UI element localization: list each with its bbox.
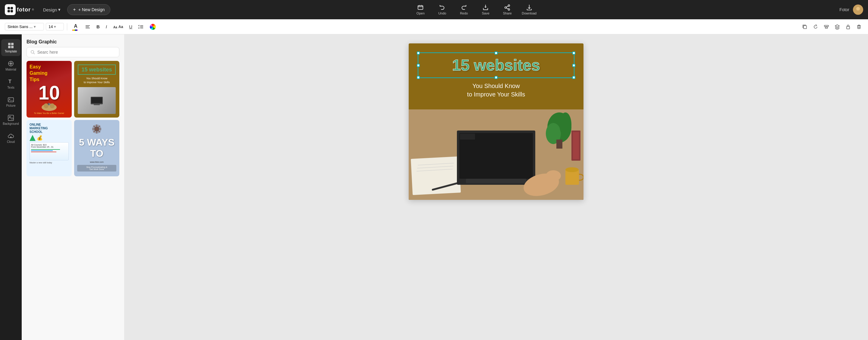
align-distribute-button[interactable] [822, 23, 831, 31]
svg-rect-24 [858, 26, 860, 29]
download-button[interactable]: Download [522, 4, 536, 15]
search-input[interactable] [37, 50, 116, 55]
desk-photo-bg [409, 110, 584, 200]
template-card-websites[interactable]: 15 websites You Should Knowto Improve Yo… [74, 61, 119, 118]
resize-handle-br[interactable] [572, 76, 575, 79]
svg-point-41 [31, 50, 34, 53]
svg-rect-21 [824, 25, 829, 27]
color-swatch: A [72, 24, 79, 30]
svg-rect-3 [10, 10, 13, 12]
canvas-photo [409, 110, 584, 200]
resize-handle-tm[interactable] [495, 52, 498, 55]
svg-point-70 [559, 113, 571, 136]
resize-handle-mr[interactable] [572, 64, 575, 67]
canvas-area[interactable]: 15 websites You Should Know to Improve Y… [124, 34, 868, 340]
svg-point-40 [11, 118, 13, 120]
main-content: Template Material T Texts Picture [0, 34, 868, 340]
svg-text:Aa: Aa [113, 26, 117, 29]
delete-button[interactable] [855, 23, 863, 31]
redo-button[interactable]: Redo [457, 4, 471, 15]
rotate-button[interactable] [811, 23, 820, 31]
line-height-button[interactable] [136, 23, 146, 31]
search-icon [30, 50, 35, 55]
template-card-marketing[interactable]: ONLINEMARKETINGSCHOOL 💰 All Courses: $10… [27, 120, 72, 177]
resize-handle-tr[interactable] [572, 52, 575, 55]
sidebar-item-cloud[interactable]: Cloud [1, 130, 21, 147]
logo[interactable]: fotor ® [5, 4, 34, 15]
sidebar-item-picture[interactable]: Picture [1, 93, 21, 110]
italic-button[interactable]: I [104, 23, 109, 31]
svg-rect-38 [8, 115, 13, 121]
template-card-ways[interactable]: 5 WAYS TO www.fotor.com Stop Procrastina… [74, 120, 119, 177]
text-color-button[interactable]: A [70, 22, 81, 32]
svg-rect-22 [825, 27, 828, 28]
save-button[interactable]: Save [478, 4, 493, 15]
underline-button[interactable]: U [127, 23, 134, 31]
design-menu-button[interactable]: Design ▾ [40, 5, 64, 14]
bold-button[interactable]: B [94, 23, 102, 31]
share-button[interactable]: Share [500, 4, 515, 15]
selected-element[interactable]: 15 websites [418, 53, 575, 78]
panel-title: Blog Graphic [22, 34, 124, 47]
canvas-headline[interactable]: 15 websites [423, 57, 569, 74]
canvas-wrapper: 15 websites You Should Know to Improve Y… [409, 43, 584, 200]
text-selection-box: 15 websites [418, 53, 575, 78]
resize-handle-bl[interactable] [417, 76, 420, 79]
svg-point-75 [565, 167, 579, 172]
plus-icon: + [73, 7, 76, 12]
svg-rect-30 [11, 46, 13, 48]
svg-line-42 [33, 53, 35, 54]
open-button[interactable]: Open [413, 4, 428, 15]
svg-rect-2 [7, 10, 10, 12]
sidebar-item-material[interactable]: Material [1, 57, 21, 74]
svg-rect-1 [10, 7, 13, 9]
svg-rect-36 [8, 98, 13, 102]
svg-rect-27 [8, 43, 10, 45]
svg-rect-20 [804, 26, 807, 29]
template-card-gaming[interactable]: EasyGamingTips 10 To Make [27, 61, 72, 118]
align-button[interactable] [83, 23, 93, 31]
svg-point-7 [508, 9, 510, 10]
svg-point-73 [546, 170, 561, 181]
svg-line-8 [506, 8, 508, 9]
layer-button[interactable] [833, 23, 841, 31]
canvas[interactable]: 15 websites You Should Know to Improve Y… [409, 43, 584, 200]
svg-point-5 [508, 5, 510, 7]
font-size-selector[interactable]: 14 ▾ [46, 23, 64, 30]
color-picker-button[interactable] [148, 22, 158, 31]
sidebar-item-template[interactable]: Template [1, 39, 21, 56]
svg-line-9 [506, 6, 508, 7]
sidebar-item-background[interactable]: Background [1, 112, 21, 128]
resize-handle-bm[interactable] [495, 76, 498, 79]
new-design-button[interactable]: + + New Design [67, 4, 110, 15]
svg-rect-4 [418, 6, 423, 10]
svg-rect-51 [94, 104, 100, 105]
canvas-subtitle[interactable]: You Should Know to Improve Your Skills [418, 82, 575, 103]
toolbar-center: Open Undo Redo Save [413, 4, 536, 15]
sidebar-item-texts[interactable]: T Texts [1, 75, 21, 92]
svg-rect-71 [556, 140, 562, 149]
user-avatar[interactable] [853, 4, 863, 15]
svg-point-39 [9, 116, 11, 118]
format-bar: Sinkin Sans ... ▾ 14 ▾ A B I Aa Aa [0, 19, 868, 34]
svg-rect-28 [11, 43, 13, 45]
font-family-selector[interactable]: Sinkin Sans ... ▾ [5, 23, 44, 30]
top-bar: fotor ® Design ▾ + + New Design Open Und… [0, 0, 868, 19]
resize-handle-ml[interactable] [417, 64, 420, 67]
toolbar-right: Fotor [839, 4, 863, 15]
svg-rect-0 [7, 7, 10, 9]
sidebar-icons: Template Material T Texts Picture [0, 34, 22, 340]
color-wheel-icon [150, 24, 156, 30]
svg-rect-77 [573, 132, 579, 159]
duplicate-button[interactable] [801, 23, 809, 31]
chevron-down-icon: ▾ [54, 24, 56, 29]
svg-rect-23 [846, 27, 849, 29]
svg-rect-65 [459, 133, 533, 179]
svg-rect-66 [460, 133, 475, 140]
resize-handle-tl[interactable] [417, 52, 420, 55]
font-size-button[interactable]: Aa Aa [111, 23, 125, 31]
left-panel: Blog Graphic EasyGamingTips 10 [22, 34, 124, 340]
undo-button[interactable]: Undo [435, 4, 450, 15]
lock-button[interactable] [844, 23, 852, 31]
format-right-actions [801, 23, 863, 31]
